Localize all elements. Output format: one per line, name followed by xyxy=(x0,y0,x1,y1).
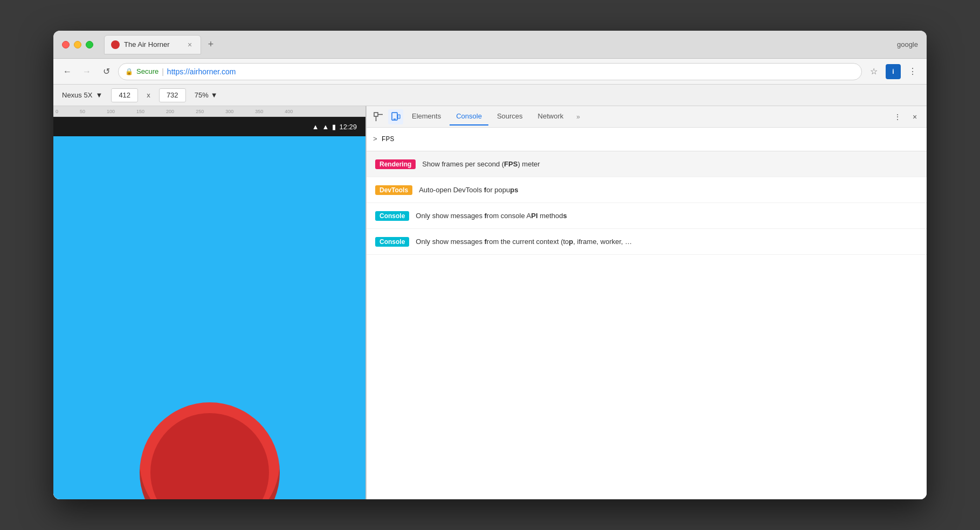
tab-elements[interactable]: Elements xyxy=(405,108,447,125)
devtools-badge: DevTools xyxy=(375,185,412,195)
tab-title: The Air Horner xyxy=(124,40,181,48)
wifi-icon: ▲ xyxy=(312,123,319,131)
autocomplete-text-4: Only show messages from the current cont… xyxy=(416,236,632,247)
tab-close-button[interactable]: × xyxy=(185,40,194,49)
console-prompt: > xyxy=(373,135,377,143)
tab-console[interactable]: Console xyxy=(450,108,488,125)
title-bar: The Air Horner × + google xyxy=(53,31,927,59)
console-input[interactable] xyxy=(382,135,920,143)
rendering-badge: Rendering xyxy=(375,159,416,169)
secure-icon: 🔒 xyxy=(125,68,133,75)
devtools-actions: ⋮ × xyxy=(890,109,922,124)
phone-container: ▲ ▲ ▮ 12:29 xyxy=(53,117,365,499)
maximize-button[interactable] xyxy=(86,41,93,48)
phone-content[interactable] xyxy=(53,136,365,499)
url-separator: | xyxy=(162,67,164,76)
device-name: Nexus 5X xyxy=(62,91,92,99)
device-toolbar: Nexus 5X ▼ x 75% ▼ xyxy=(53,85,927,106)
google-search-label: google xyxy=(897,40,918,48)
phone-status-bar: ▲ ▲ ▮ 12:29 xyxy=(53,117,365,136)
autocomplete-text-3: Only show messages from console API meth… xyxy=(416,211,567,221)
inspect-element-button[interactable] xyxy=(371,109,386,124)
autocomplete-text-2: Auto-open DevTools for popups xyxy=(419,185,518,196)
bookmark-button[interactable]: ☆ xyxy=(866,64,881,79)
zoom-level: 75% xyxy=(195,91,209,99)
viewport-ruler: 0 50 100 150 200 250 300 350 400 xyxy=(53,106,365,117)
console-area: > Rendering Show frames per second (FPS)… xyxy=(367,128,927,499)
forward-button[interactable]: → xyxy=(79,64,94,79)
devtools-panel: Elements Console Sources Network » ⋮ × xyxy=(366,106,927,499)
horn-button-inner xyxy=(150,413,269,499)
devtools-close-button[interactable]: × xyxy=(907,109,922,124)
battery-icon: ▮ xyxy=(332,123,336,131)
dimension-separator: x xyxy=(147,91,150,99)
height-input[interactable] xyxy=(159,88,186,102)
status-icons: ▲ ▲ ▮ 12:29 xyxy=(312,123,357,131)
device-mode-button[interactable] xyxy=(388,109,403,124)
main-content: 0 50 100 150 200 250 300 350 400 ▲ ▲ ▮ xyxy=(53,106,927,499)
console-input-row: > xyxy=(367,128,927,151)
tab-favicon xyxy=(111,40,120,49)
minimize-button[interactable] xyxy=(74,41,81,48)
device-dropdown-arrow: ▼ xyxy=(95,91,102,99)
console-badge-2: Console xyxy=(375,237,409,247)
console-badge-1: Console xyxy=(375,211,409,221)
extension-button[interactable]: i xyxy=(886,64,901,79)
tab-bar: The Air Horner × + xyxy=(104,35,891,54)
traffic-lights xyxy=(62,41,93,48)
autocomplete-item[interactable]: Console Only show messages from console … xyxy=(367,203,927,229)
back-button[interactable]: ← xyxy=(60,64,75,79)
autocomplete-item[interactable]: Rendering Show frames per second (FPS) m… xyxy=(367,151,927,177)
autocomplete-item[interactable]: DevTools Auto-open DevTools for popups xyxy=(367,177,927,203)
more-tabs-button[interactable]: » xyxy=(572,113,584,121)
inspect-icon xyxy=(374,112,383,122)
device-selector[interactable]: Nexus 5X ▼ xyxy=(62,91,102,99)
tab-network[interactable]: Network xyxy=(532,108,570,125)
close-button[interactable] xyxy=(62,41,70,48)
signal-icon: ▲ xyxy=(322,123,329,131)
width-input[interactable] xyxy=(111,88,138,102)
reload-button[interactable]: ↺ xyxy=(99,64,114,79)
devtools-toolbar: Elements Console Sources Network » ⋮ × xyxy=(367,106,927,128)
viewport: 0 50 100 150 200 250 300 350 400 ▲ ▲ ▮ xyxy=(53,106,366,499)
autocomplete-list: Rendering Show frames per second (FPS) m… xyxy=(367,151,927,499)
autocomplete-text-1: Show frames per second (FPS) meter xyxy=(422,159,540,170)
time-display: 12:29 xyxy=(339,123,357,131)
autocomplete-item[interactable]: Console Only show messages from the curr… xyxy=(367,229,927,255)
url-display: https://airhorner.com xyxy=(167,67,236,76)
nav-bar: ← → ↺ 🔒 Secure | https://airhorner.com ☆… xyxy=(53,59,927,85)
tab-sources[interactable]: Sources xyxy=(491,108,529,125)
address-bar[interactable]: 🔒 Secure | https://airhorner.com xyxy=(118,63,862,80)
device-mode-icon xyxy=(391,112,401,122)
browser-window: The Air Horner × + google ← → ↺ 🔒 Secure… xyxy=(53,31,927,499)
zoom-selector[interactable]: 75% ▼ xyxy=(195,91,218,99)
browser-menu-button[interactable]: ⋮ xyxy=(905,64,920,79)
svg-rect-5 xyxy=(398,115,400,118)
new-tab-button[interactable]: + xyxy=(203,37,218,52)
devtools-more-options-button[interactable]: ⋮ xyxy=(890,109,905,124)
browser-tab[interactable]: The Air Horner × xyxy=(104,35,201,54)
horn-button[interactable] xyxy=(140,402,280,499)
svg-rect-0 xyxy=(374,113,378,116)
ruler-marks: 0 50 100 150 200 250 300 350 400 xyxy=(56,109,293,114)
secure-label: Secure xyxy=(136,67,158,75)
zoom-dropdown-arrow: ▼ xyxy=(211,91,218,99)
